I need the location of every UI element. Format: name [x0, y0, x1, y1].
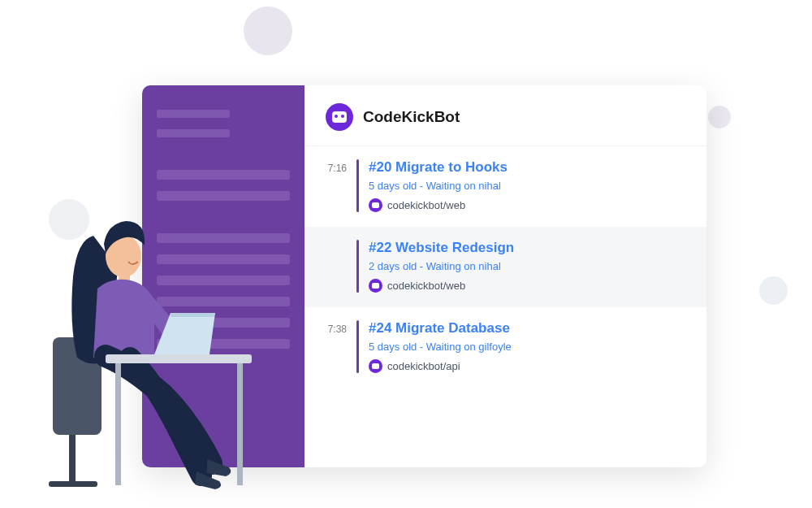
item-meta: 5 days old - Waiting on nihal: [369, 180, 689, 192]
item-meta: 5 days old - Waiting on gilfoyle: [369, 341, 689, 353]
notification-list: 7:16 #20 Migrate to Hooks 5 days old - W…: [304, 146, 706, 467]
list-item[interactable]: 7:16 #20 Migrate to Hooks 5 days old - W…: [304, 146, 706, 227]
svg-rect-6: [237, 363, 243, 485]
item-repo[interactable]: codekickbot/web: [369, 198, 689, 212]
item-title[interactable]: #22 Website Redesign: [369, 240, 689, 256]
woman-at-laptop-illustration: [49, 195, 260, 496]
svg-rect-8: [49, 481, 97, 487]
item-time: 7:16: [322, 159, 347, 212]
item-repo[interactable]: codekickbot/web: [369, 279, 689, 293]
item-repo[interactable]: codekickbot/api: [369, 359, 689, 373]
item-time: [322, 240, 347, 293]
panel-header: CodeKickBot: [304, 85, 706, 146]
accent-bar: [356, 240, 359, 293]
decorative-circle: [759, 276, 788, 305]
svg-rect-4: [106, 354, 252, 363]
item-title[interactable]: #24 Migrate Database: [369, 320, 689, 336]
item-title[interactable]: #20 Migrate to Hooks: [369, 159, 689, 176]
repo-name: codekickbot/web: [387, 199, 465, 211]
repo-icon: [369, 279, 382, 293]
repo-name: codekickbot/api: [387, 360, 460, 372]
accent-bar: [356, 159, 359, 212]
bot-avatar-icon: [326, 103, 353, 131]
decorative-circle: [708, 106, 731, 128]
item-meta: 2 days old - Waiting on nihal: [369, 260, 689, 272]
repo-name: codekickbot/web: [387, 280, 465, 292]
repo-icon: [369, 198, 382, 212]
list-item[interactable]: 7:38 #24 Migrate Database 5 days old - W…: [304, 307, 706, 388]
item-time: 7:38: [322, 320, 347, 373]
repo-icon: [369, 359, 382, 373]
list-item[interactable]: #22 Website Redesign 2 days old - Waitin…: [304, 227, 706, 307]
bot-name: CodeKickBot: [363, 108, 460, 126]
decorative-circle: [244, 7, 292, 55]
accent-bar: [356, 320, 359, 373]
svg-rect-5: [115, 363, 121, 485]
svg-rect-7: [69, 435, 76, 485]
main-panel: CodeKickBot 7:16 #20 Migrate to Hooks 5 …: [304, 85, 706, 467]
